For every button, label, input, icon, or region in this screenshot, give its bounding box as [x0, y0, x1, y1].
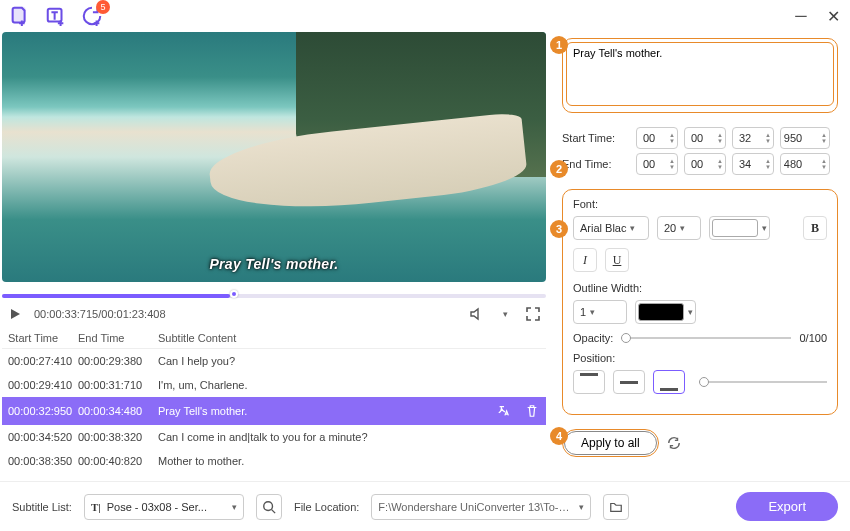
volume-icon[interactable] — [468, 305, 486, 323]
end-hh-stepper[interactable]: 00▲▼ — [636, 153, 678, 175]
end-time-label: End Time: — [562, 158, 630, 170]
underline-button[interactable]: U — [605, 248, 629, 272]
time-panel: Start Time: 00▲▼ 00▲▼ 32▲▼ 950▲▼ End Tim… — [562, 127, 838, 175]
subtitle-text-input[interactable] — [566, 42, 834, 106]
table-row[interactable]: 00:00:40:86000:00:42:000I got some ice t… — [2, 473, 546, 481]
step-marker-2: 2 — [550, 160, 568, 178]
end-ms-stepper[interactable]: 480▲▼ — [780, 153, 830, 175]
step-marker-1: 1 — [550, 36, 568, 54]
pos-top-button[interactable] — [573, 370, 605, 394]
row-content: Can I come in and|talk to you for a minu… — [158, 431, 540, 443]
font-size-select[interactable]: 20▾ — [657, 216, 701, 240]
subtitle-list-header: Start Time End Time Subtitle Content — [2, 328, 546, 349]
export-button[interactable]: Export — [736, 492, 838, 521]
start-hh-stepper[interactable]: 00▲▼ — [636, 127, 678, 149]
row-end: 00:00:40:820 — [78, 455, 158, 467]
row-start: 00:00:32:950 — [8, 405, 78, 417]
file-location-label: File Location: — [294, 501, 359, 513]
outline-label: Outline Width: — [573, 282, 827, 294]
step-marker-4: 4 — [550, 427, 568, 445]
row-content: I'm, um, Charlene. — [158, 379, 540, 391]
start-mm-stepper[interactable]: 00▲▼ — [684, 127, 726, 149]
bold-button[interactable]: B — [803, 216, 827, 240]
col-start: Start Time — [8, 332, 78, 344]
auto-sub-icon[interactable]: 5 — [80, 4, 104, 28]
row-start: 00:00:27:410 — [8, 355, 78, 367]
volume-chevron-icon[interactable]: ▾ — [496, 305, 514, 323]
pos-mid-button[interactable] — [613, 370, 645, 394]
col-end: End Time — [78, 332, 158, 344]
badge-count: 5 — [96, 0, 110, 14]
col-content: Subtitle Content — [158, 332, 540, 344]
table-row[interactable]: 00:00:34:52000:00:38:320Can I come in an… — [2, 425, 546, 449]
italic-button[interactable]: I — [573, 248, 597, 272]
start-time-label: Start Time: — [562, 132, 630, 144]
opacity-value: 0/100 — [799, 332, 827, 344]
subtitle-list-label: Subtitle List: — [12, 501, 72, 513]
position-slider[interactable] — [699, 381, 827, 383]
row-end: 00:00:29:380 — [78, 355, 158, 367]
table-row[interactable]: 00:00:27:41000:00:29:380Can I help you? — [2, 349, 546, 373]
delete-icon[interactable] — [524, 403, 540, 419]
row-start: 00:00:29:410 — [8, 379, 78, 391]
top-toolbar: 5 ─ ✕ — [0, 0, 850, 32]
subtitle-text-panel — [562, 38, 838, 113]
text-file-icon: T| — [91, 501, 101, 513]
table-row[interactable]: 00:00:29:41000:00:31:710I'm, um, Charlen… — [2, 373, 546, 397]
add-text-icon[interactable] — [44, 4, 68, 28]
close-icon[interactable]: ✕ — [824, 7, 842, 25]
row-start: 00:00:38:350 — [8, 455, 78, 467]
table-row[interactable]: 00:00:32:95000:00:34:480Pray Tell's moth… — [2, 397, 546, 425]
position-label: Position: — [573, 352, 827, 364]
outline-color-select[interactable]: ▾ — [635, 300, 696, 324]
start-ms-stepper[interactable]: 950▲▼ — [780, 127, 830, 149]
minimize-icon[interactable]: ─ — [792, 7, 810, 25]
row-content: Pray Tell's mother. — [158, 405, 496, 417]
subtitle-list: 00:00:27:41000:00:29:380Can I help you?0… — [2, 349, 546, 481]
add-file-icon[interactable] — [8, 4, 32, 28]
style-panel: Font: Arial Blac▾ 20▾ ▾ B I U Outline Wi… — [562, 189, 838, 415]
font-label: Font: — [573, 198, 827, 210]
table-row[interactable]: 00:00:38:35000:00:40:820Mother to mother… — [2, 449, 546, 473]
step-marker-3: 3 — [550, 220, 568, 238]
pos-bottom-button[interactable] — [653, 370, 685, 394]
video-subtitle-overlay: Pray Tell's mother. — [209, 256, 338, 272]
translate-icon[interactable] — [496, 403, 512, 419]
row-content: Mother to mother. — [158, 455, 540, 467]
fullscreen-icon[interactable] — [524, 305, 542, 323]
start-ss-stepper[interactable]: 32▲▼ — [732, 127, 774, 149]
font-color-select[interactable]: ▾ — [709, 216, 770, 240]
browse-folder-icon[interactable] — [603, 494, 629, 520]
end-ss-stepper[interactable]: 34▲▼ — [732, 153, 774, 175]
timeline-slider[interactable] — [2, 292, 546, 300]
video-preview[interactable]: Pray Tell's mother. — [2, 32, 546, 282]
apply-to-all-button[interactable]: Apply to all — [564, 431, 657, 455]
svg-point-2 — [264, 501, 273, 510]
opacity-label: Opacity: — [573, 332, 613, 344]
row-end: 00:00:38:320 — [78, 431, 158, 443]
bottom-bar: Subtitle List: T| Pose - 03x08 - Ser... … — [0, 481, 850, 531]
font-family-select[interactable]: Arial Blac▾ — [573, 216, 649, 240]
end-mm-stepper[interactable]: 00▲▼ — [684, 153, 726, 175]
row-end: 00:00:34:480 — [78, 405, 158, 417]
outline-width-select[interactable]: 1▾ — [573, 300, 627, 324]
row-end: 00:00:31:710 — [78, 379, 158, 391]
row-content: Can I help you? — [158, 355, 540, 367]
refresh-icon[interactable] — [665, 434, 683, 452]
search-icon[interactable] — [256, 494, 282, 520]
row-start: 00:00:34:520 — [8, 431, 78, 443]
timecode-readout: 00:00:33:715/00:01:23:408 — [34, 308, 166, 320]
file-location-select[interactable]: F:\Wondershare UniConverter 13\To-bur ▾ — [371, 494, 591, 520]
opacity-slider[interactable] — [621, 337, 791, 339]
subtitle-file-select[interactable]: T| Pose - 03x08 - Ser... ▾ — [84, 494, 244, 520]
play-icon[interactable] — [6, 305, 24, 323]
